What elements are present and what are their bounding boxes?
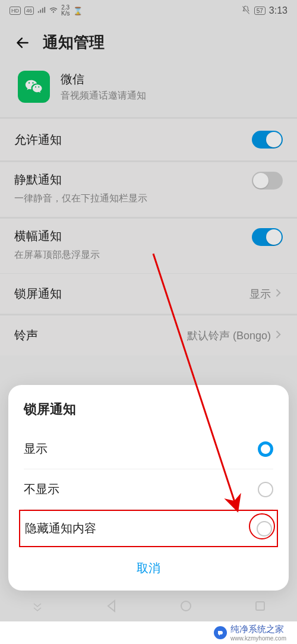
watermark-url: www.kzmyhome.com xyxy=(230,635,286,642)
option-label: 不显示 xyxy=(24,481,59,497)
annotation-circle xyxy=(249,513,275,539)
sheet-title: 锁屏通知 xyxy=(8,385,289,429)
watermark-brand: 纯净系统之家 xyxy=(230,624,284,634)
hide-keyboard-icon[interactable] xyxy=(29,600,46,612)
svg-rect-2 xyxy=(256,602,264,610)
cancel-button[interactable]: 取消 xyxy=(8,547,289,591)
watermark-logo-icon xyxy=(214,626,227,639)
nav-recents-button[interactable] xyxy=(251,600,269,612)
nav-home-button[interactable] xyxy=(177,599,195,613)
nav-back-button[interactable] xyxy=(103,599,121,613)
option-show[interactable]: 显示 xyxy=(8,429,289,469)
system-nav-bar xyxy=(0,592,297,620)
option-mask-highlighted[interactable]: 隐藏通知内容 xyxy=(19,510,278,547)
lockscreen-options-sheet: 锁屏通知 显示 不显示 隐藏通知内容 取消 xyxy=(8,385,289,591)
option-label: 显示 xyxy=(24,441,48,457)
radio-selected-icon[interactable] xyxy=(258,441,273,457)
option-hide[interactable]: 不显示 xyxy=(8,469,289,509)
watermark: 纯净系统之家 www.kzmyhome.com xyxy=(0,621,297,644)
svg-point-1 xyxy=(181,601,191,611)
option-label: 隐藏通知内容 xyxy=(25,520,96,536)
radio-unselected-icon[interactable] xyxy=(258,482,273,497)
